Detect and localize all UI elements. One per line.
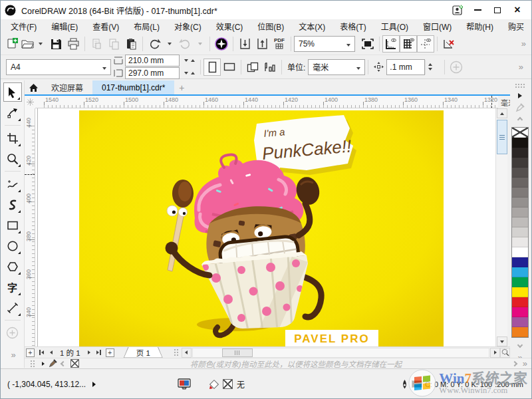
- palette-drag-handle[interactable]: [515, 83, 525, 88]
- menu-buy[interactable]: 购买: [501, 19, 531, 33]
- swatch-gray-5[interactable]: [512, 237, 528, 247]
- new-document-icon[interactable]: [3, 35, 21, 53]
- status-expander-icon[interactable]: [92, 380, 96, 389]
- new-tab-icon[interactable]: +: [174, 80, 189, 94]
- ruler-origin-icon[interactable]: [25, 96, 35, 108]
- swatch-black[interactable]: [512, 138, 528, 148]
- swatch-no-color[interactable]: [512, 128, 528, 138]
- open-dropdown-icon[interactable]: [34, 35, 47, 53]
- menu-effects[interactable]: 效果(C): [209, 19, 251, 33]
- vertical-scrollbar[interactable]: [495, 108, 507, 346]
- scroll-right-icon[interactable]: [490, 348, 500, 358]
- maximize-button[interactable]: [487, 3, 507, 17]
- pick-tool[interactable]: [3, 82, 22, 102]
- swatch-blue[interactable]: [512, 267, 528, 277]
- first-page-icon[interactable]: [36, 348, 46, 358]
- document-palette-overflow-icon[interactable]: »: [520, 358, 530, 368]
- page-height-input[interactable]: 297.0 mm: [125, 67, 180, 79]
- horizontal-scrollbar[interactable]: [192, 348, 489, 358]
- swatch-gray-40[interactable]: [512, 198, 528, 207]
- portrait-orientation-icon[interactable]: [203, 59, 221, 76]
- property-bar-overflow-icon[interactable]: »: [516, 62, 526, 72]
- vertical-scroll-thumb[interactable]: [497, 120, 507, 154]
- artistic-media-tool[interactable]: [3, 195, 22, 214]
- menu-view[interactable]: 查看(V): [85, 19, 126, 33]
- undo-dropdown-icon[interactable]: [163, 35, 176, 53]
- undo-icon[interactable]: [146, 35, 163, 53]
- toolbar-overflow-icon[interactable]: »: [519, 39, 529, 49]
- swatch-gray-90[interactable]: [512, 148, 528, 158]
- import-icon[interactable]: [236, 35, 253, 53]
- publish-pdf-icon[interactable]: PDF: [271, 35, 288, 53]
- swatch-orange[interactable]: [512, 327, 528, 337]
- menu-edit[interactable]: 编辑(E): [44, 19, 85, 33]
- document-color-settings-icon[interactable]: [178, 378, 191, 390]
- page-size-dropdown-icon[interactable]: [97, 63, 106, 72]
- landscape-orientation-icon[interactable]: [221, 59, 238, 76]
- menu-layout[interactable]: 布局(L): [126, 19, 167, 33]
- swatch-navy-blue[interactable]: [512, 257, 528, 267]
- minimize-button[interactable]: [467, 3, 487, 17]
- current-page-icon[interactable]: [261, 59, 279, 76]
- cupcake-illustration[interactable]: PAVEL PRO I'm a PunkCake!!: [79, 110, 444, 346]
- swatch-gray-70[interactable]: [512, 168, 528, 178]
- scroll-down-icon[interactable]: [497, 336, 507, 346]
- swatch-red[interactable]: [512, 297, 528, 307]
- vertical-ruler[interactable]: 440420400380360340: [25, 108, 35, 346]
- paste-icon[interactable]: [122, 35, 140, 53]
- rectangle-tool[interactable]: [3, 215, 22, 235]
- nudge-distance-input[interactable]: .1 mm: [386, 59, 425, 75]
- document-palette-eyedropper-icon[interactable]: [48, 358, 58, 368]
- freehand-tool[interactable]: [3, 174, 22, 194]
- menu-window[interactable]: 窗口(W): [416, 19, 459, 33]
- open-icon[interactable]: [21, 35, 34, 53]
- hscroll-drag-handle[interactable]: [174, 348, 179, 356]
- swatch-gray-80[interactable]: [512, 158, 528, 168]
- shape-tool[interactable]: [3, 103, 22, 122]
- swatch-white[interactable]: [512, 247, 528, 257]
- show-rulers-icon[interactable]: [382, 35, 400, 53]
- close-button[interactable]: ×: [507, 3, 527, 17]
- page-width-input[interactable]: 210.0 mm: [125, 55, 180, 66]
- document-palette-handle[interactable]: [30, 360, 35, 368]
- outline-pen-icon[interactable]: [400, 379, 409, 390]
- page-size-combo[interactable]: A4: [6, 59, 111, 75]
- scroll-up-icon[interactable]: [497, 108, 507, 118]
- add-page-start-icon[interactable]: +: [26, 348, 35, 357]
- swatch-gray-60[interactable]: [512, 178, 528, 188]
- next-page-icon[interactable]: [84, 348, 94, 358]
- tab-document[interactable]: 017-thumb[1].cdr*: [92, 80, 174, 94]
- last-page-icon[interactable]: [94, 348, 104, 358]
- horizontal-ruler[interactable]: 1540152015001480146014401420140013801360…: [35, 96, 498, 108]
- crop-tool[interactable]: [3, 128, 22, 148]
- zoom-level-combo[interactable]: 75%: [294, 36, 355, 52]
- menu-text[interactable]: 文本(X): [291, 19, 332, 33]
- page-width-spinner[interactable]: [182, 59, 198, 62]
- nudge-spinner[interactable]: [425, 60, 435, 74]
- zoom-scroll-icon[interactable]: [500, 348, 510, 358]
- units-dropdown-icon[interactable]: [351, 63, 360, 72]
- document-palette-no-color-swatch[interactable]: [70, 359, 79, 368]
- menu-table[interactable]: 表格(T): [332, 19, 373, 33]
- previous-page-icon[interactable]: [46, 348, 56, 358]
- snap-off-icon[interactable]: [440, 35, 458, 53]
- page-height-spinner[interactable]: [182, 72, 198, 74]
- horizontal-scroll-thumb[interactable]: [222, 348, 253, 357]
- show-grid-icon[interactable]: [400, 35, 417, 53]
- units-combo[interactable]: 毫米: [308, 59, 365, 75]
- swatch-yellow[interactable]: [512, 287, 528, 297]
- swatch-purple[interactable]: [512, 317, 528, 327]
- launch-app-icon[interactable]: [213, 35, 230, 53]
- menu-file[interactable]: 文件(F): [3, 19, 44, 33]
- save-icon[interactable]: [47, 35, 65, 53]
- swatch-green[interactable]: [512, 277, 528, 287]
- page-tab[interactable]: 页 1: [124, 347, 163, 358]
- swatch-magenta[interactable]: [512, 307, 528, 317]
- swatch-gray-30[interactable]: [512, 207, 528, 217]
- palette-flyout-icon[interactable]: [518, 90, 522, 101]
- scroll-left-icon[interactable]: [182, 348, 192, 358]
- swatch-gray-50[interactable]: [512, 188, 528, 198]
- show-guidelines-icon[interactable]: [417, 35, 434, 53]
- home-icon[interactable]: [25, 80, 42, 94]
- toolbox-overflow-icon[interactable]: »: [3, 350, 23, 360]
